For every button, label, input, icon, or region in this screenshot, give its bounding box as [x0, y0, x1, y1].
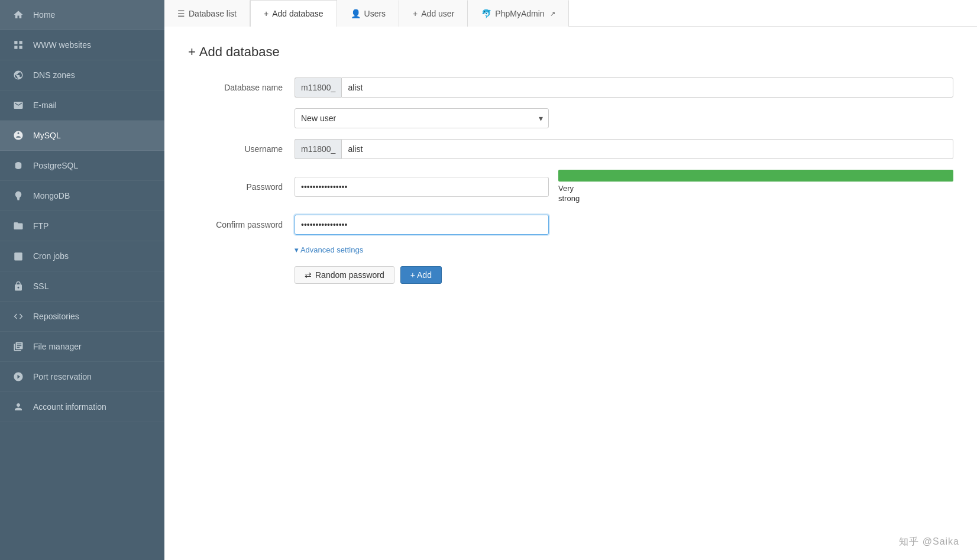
action-buttons: ⇄ Random password + Add: [295, 266, 953, 284]
sidebar-label-email: E-mail: [33, 101, 57, 110]
tab-phpmyadmin[interactable]: 🐬 PhpMyAdmin ↗: [468, 0, 568, 27]
sidebar-label-filemanager: File manager: [33, 342, 82, 351]
random-password-button[interactable]: ⇄ Random password: [295, 266, 394, 284]
user-select-wrapper: New user ▾: [295, 108, 549, 128]
sidebar-item-cron[interactable]: Cron jobs: [0, 241, 164, 271]
username-row: Username m11800_: [188, 139, 953, 159]
home-icon: [12, 8, 25, 21]
confirm-password-row: Confirm password: [188, 215, 953, 235]
database-prefix: m11800_: [295, 77, 341, 98]
lock-icon: [12, 280, 25, 293]
page-title: + Add database: [188, 44, 953, 60]
mail-icon: [12, 99, 25, 112]
tab-bar: ☰ Database list + Add database 👤 Users +…: [164, 0, 977, 27]
database-name-controls: m11800_: [295, 77, 953, 98]
sidebar-label-dns: DNS zones: [33, 70, 75, 80]
sidebar-label-home: Home: [33, 10, 55, 20]
sidebar-label-www: WWW websites: [33, 40, 91, 50]
title-plus-icon: +: [188, 44, 196, 60]
confirm-password-input[interactable]: [295, 215, 549, 235]
sidebar-label-cron: Cron jobs: [33, 251, 69, 261]
sidebar-label-mongodb: MongoDB: [33, 191, 70, 200]
main-content: ☰ Database list + Add database 👤 Users +…: [164, 0, 977, 560]
page-content: + Add database Database name m11800_ New…: [164, 27, 977, 560]
user-select[interactable]: New user: [295, 108, 549, 128]
username-prefix: m11800_: [295, 139, 341, 159]
sidebar-item-ssl[interactable]: SSL: [0, 271, 164, 302]
confirm-password-label: Confirm password: [188, 220, 295, 229]
tab-add-user[interactable]: + Add user: [399, 0, 468, 27]
plus-icon: +: [264, 9, 268, 18]
database-name-label: Database name: [188, 83, 295, 92]
tab-add-database[interactable]: + Add database: [250, 0, 337, 27]
sidebar-label-ftp: FTP: [33, 221, 48, 231]
strength-label: Very strong: [558, 184, 953, 204]
add-button[interactable]: + Add: [400, 266, 442, 284]
sidebar-item-dns[interactable]: DNS zones: [0, 60, 164, 90]
external-link-icon: ↗: [550, 10, 555, 18]
password-label: Password: [188, 182, 295, 192]
watermark: 知乎 @Saika: [899, 536, 959, 548]
password-row: Password Very strong: [188, 170, 953, 204]
sidebar-label-mysql: MySQL: [33, 131, 61, 140]
sidebar-item-filemanager[interactable]: File manager: [0, 332, 164, 362]
cron-icon: [12, 250, 25, 263]
user-select-row: New user ▾: [188, 108, 953, 128]
sidebar-item-ftp[interactable]: FTP: [0, 211, 164, 241]
sidebar-item-mongodb[interactable]: MongoDB: [0, 181, 164, 211]
mysql-icon: [12, 129, 25, 142]
sidebar-item-email[interactable]: E-mail: [0, 90, 164, 121]
password-input[interactable]: [295, 177, 549, 197]
sidebar-label-port: Port reservation: [33, 372, 92, 381]
user-icon: [12, 400, 25, 413]
sidebar-label-account: Account information: [33, 402, 106, 412]
repo-icon: [12, 310, 25, 323]
advanced-settings-link[interactable]: ▾ Advanced settings: [295, 245, 953, 254]
folder-icon: [12, 219, 25, 232]
random-icon: ⇄: [305, 270, 312, 280]
sidebar-item-account[interactable]: Account information: [0, 392, 164, 422]
sidebar-label-ssl: SSL: [33, 281, 48, 291]
postgresql-icon: [12, 159, 25, 172]
sidebar-item-repos[interactable]: Repositories: [0, 302, 164, 332]
database-name-row: Database name m11800_: [188, 77, 953, 98]
sidebar-item-postgresql[interactable]: PostgreSQL: [0, 151, 164, 181]
plus-user-icon: +: [413, 9, 418, 18]
globe-icon: [12, 69, 25, 82]
username-label: Username: [188, 144, 295, 154]
username-controls: m11800_: [295, 139, 953, 159]
database-name-input[interactable]: [341, 77, 953, 98]
sidebar-label-postgresql: PostgreSQL: [33, 161, 78, 170]
password-controls: Very strong: [295, 170, 953, 204]
sidebar-item-home[interactable]: Home: [0, 0, 164, 30]
files-icon: [12, 340, 25, 353]
strength-indicator: Very strong: [558, 170, 953, 204]
sidebar-item-port[interactable]: Port reservation: [0, 362, 164, 392]
grid-icon: [12, 38, 25, 51]
strength-bar: [558, 170, 953, 182]
tab-database-list[interactable]: ☰ Database list: [164, 0, 250, 27]
user-tab-icon: 👤: [351, 9, 361, 18]
svg-rect-1: [14, 253, 22, 261]
sidebar-label-repos: Repositories: [33, 312, 79, 321]
external-icon: 🐬: [481, 9, 491, 18]
list-icon: ☰: [177, 9, 185, 18]
tab-users[interactable]: 👤 Users: [337, 0, 400, 27]
port-icon: [12, 370, 25, 383]
mongodb-icon: [12, 189, 25, 202]
sidebar-item-mysql[interactable]: MySQL: [0, 121, 164, 151]
sidebar: Home WWW websites DNS zones E-mail MySQL…: [0, 0, 164, 560]
username-input[interactable]: [341, 139, 953, 159]
sidebar-item-www[interactable]: WWW websites: [0, 30, 164, 60]
